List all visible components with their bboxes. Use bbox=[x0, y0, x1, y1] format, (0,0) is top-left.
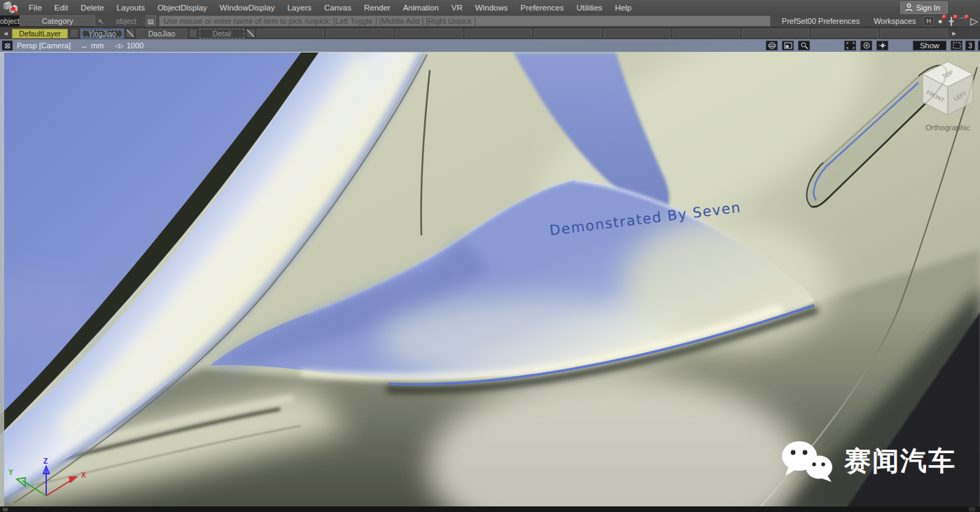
layer-empty-slot[interactable] bbox=[396, 29, 463, 39]
layer-symmetry-toggle[interactable] bbox=[126, 29, 134, 38]
pick-bar: object Category ↖ object ▤ Use mouse or … bbox=[0, 15, 980, 27]
layer-empty-slot[interactable] bbox=[257, 29, 324, 39]
menu-vr[interactable]: VR bbox=[445, 4, 469, 12]
sign-in-label: Sign In bbox=[916, 4, 940, 12]
prompt-history-icon[interactable]: ▤ bbox=[146, 15, 156, 27]
layer-toggle-box[interactable] bbox=[70, 29, 78, 38]
grid-size-value[interactable]: 1000 bbox=[127, 41, 144, 50]
menu-preferences[interactable]: Preferences bbox=[514, 4, 570, 12]
sign-in-button[interactable]: Sign In bbox=[900, 1, 948, 14]
grid-toggle-icon[interactable]: ◁▷ bbox=[115, 43, 123, 49]
grid-snap-icon[interactable]: ╋ bbox=[946, 16, 956, 26]
menu-objectdisplay[interactable]: ObjectDisplay bbox=[151, 4, 214, 12]
point-snap-icon[interactable]: ● bbox=[935, 16, 945, 26]
units-arrows-icon: ↔ bbox=[80, 41, 88, 50]
projection-label[interactable]: Orthographic bbox=[925, 123, 970, 132]
menu-delete[interactable]: Delete bbox=[74, 4, 110, 12]
bottom-window-bar bbox=[0, 506, 980, 512]
workspaces-button[interactable]: Workspaces bbox=[867, 15, 923, 27]
axis-x-label: X bbox=[81, 471, 86, 479]
dashed-panel-icon[interactable] bbox=[951, 41, 962, 50]
show-button[interactable]: Show bbox=[913, 41, 946, 50]
person-icon bbox=[905, 4, 913, 12]
watermark-brand-text: 赛闻汽车 bbox=[844, 443, 956, 479]
layer-empty-slot[interactable] bbox=[673, 29, 740, 39]
layer-empty-slot[interactable] bbox=[603, 29, 671, 39]
panel-count-button[interactable]: 3 bbox=[965, 41, 975, 50]
layer-empty-slot[interactable] bbox=[326, 29, 393, 39]
prompt-line[interactable]: Use mouse or enter name of item to pick … bbox=[159, 15, 771, 27]
viewport-header: ⊠ Persp [Camera] ↔ mm ◁▷ 1000 Show bbox=[0, 39, 980, 52]
layer-toggle-box[interactable] bbox=[189, 29, 197, 38]
curve-snap-icon[interactable]: ⌒ bbox=[958, 16, 967, 26]
alias-application-window: { "app": { "menu": ["File","Edit","Delet… bbox=[0, 0, 980, 512]
layer-scroll-right-icon[interactable]: ▸ bbox=[950, 29, 958, 38]
toolbar-expand-icon[interactable]: ▷ bbox=[968, 15, 980, 27]
axis-y-label: Y bbox=[8, 469, 13, 476]
bottom-bar-grip[interactable] bbox=[3, 508, 8, 511]
menu-render[interactable]: Render bbox=[358, 4, 397, 12]
menu-layers[interactable]: Layers bbox=[281, 4, 318, 12]
camera-record-icon[interactable] bbox=[860, 41, 872, 50]
menu-file[interactable]: File bbox=[22, 4, 48, 12]
menu-windowdisplay[interactable]: WindowDisplay bbox=[214, 4, 281, 12]
menu-animation[interactable]: Animation bbox=[397, 4, 445, 12]
category-button[interactable]: Category bbox=[20, 15, 95, 27]
lock-layer-icon[interactable] bbox=[782, 41, 794, 50]
object-type-label: object bbox=[0, 15, 20, 27]
object-name-field[interactable]: object bbox=[107, 15, 146, 27]
frame-view-icon[interactable] bbox=[844, 41, 856, 50]
move-target-icon[interactable] bbox=[876, 41, 888, 50]
viewport-left-edge bbox=[0, 39, 4, 506]
layer-empty-slot[interactable] bbox=[534, 29, 601, 39]
menu-canvas[interactable]: Canvas bbox=[318, 4, 358, 12]
viewport-close-icon[interactable]: ⊠ bbox=[2, 41, 13, 50]
layer-chip-daojiao[interactable]: DaoJiao bbox=[136, 29, 187, 39]
hotkey-window-icon[interactable]: H bbox=[923, 16, 933, 26]
menu-utilities[interactable]: Utilities bbox=[570, 4, 609, 12]
layer-empty-slot[interactable] bbox=[881, 29, 948, 39]
alias-logo-icon[interactable] bbox=[1, 1, 20, 15]
watermark: 赛闻汽车 bbox=[780, 439, 956, 483]
layer-empty-slot[interactable] bbox=[811, 29, 878, 39]
pick-info-icon[interactable] bbox=[798, 41, 810, 50]
prefset-button[interactable]: PrefSet00 Preferences bbox=[775, 15, 867, 27]
wechat-icon bbox=[780, 439, 836, 483]
units-label[interactable]: mm bbox=[91, 41, 104, 50]
layer-chip-defaultlayer[interactable]: DefaultLayer bbox=[12, 29, 68, 39]
layer-empty-slot[interactable] bbox=[742, 29, 809, 39]
layer-scroll-left-icon[interactable]: ◂ bbox=[1, 29, 10, 38]
axis-z-label: Z bbox=[43, 457, 48, 465]
menu-help[interactable]: Help bbox=[609, 4, 638, 12]
layer-bar: ◂ DefaultLayer YingJiao DaoJiao Detail ▸ bbox=[0, 27, 980, 39]
layer-chip-detail[interactable]: Detail bbox=[200, 29, 244, 39]
layer-empty-slot[interactable] bbox=[465, 29, 532, 39]
viewport-camera-label[interactable]: Persp [Camera] bbox=[17, 41, 71, 50]
menu-layouts[interactable]: Layouts bbox=[111, 4, 151, 12]
menu-windows[interactable]: Windows bbox=[469, 4, 514, 12]
layer-chip-yingjiao[interactable]: YingJiao bbox=[80, 29, 124, 39]
shade-mode-icon[interactable] bbox=[766, 41, 778, 50]
resize-grip[interactable] bbox=[969, 507, 975, 511]
menu-bar: File Edit Delete Layouts ObjectDisplay W… bbox=[0, 0, 980, 15]
menu-edit[interactable]: Edit bbox=[48, 4, 75, 12]
layer-symmetry-toggle[interactable] bbox=[246, 29, 255, 38]
pick-cursor-icon: ↖ bbox=[95, 15, 107, 27]
